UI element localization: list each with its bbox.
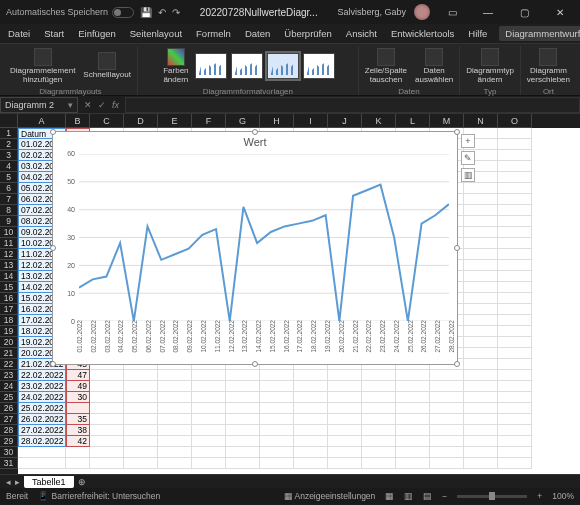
- cell[interactable]: [66, 447, 90, 458]
- cell[interactable]: [90, 370, 124, 381]
- cell[interactable]: [430, 447, 464, 458]
- view-page-layout-icon[interactable]: ▥: [404, 491, 413, 501]
- cell[interactable]: [464, 194, 498, 205]
- row-header[interactable]: 9: [0, 216, 18, 227]
- cell[interactable]: [226, 392, 260, 403]
- move-chart-button[interactable]: Diagramm verschieben: [525, 46, 572, 87]
- row-header[interactable]: 11: [0, 238, 18, 249]
- cell[interactable]: [328, 458, 362, 469]
- cell[interactable]: 35: [66, 414, 90, 425]
- cell[interactable]: [464, 337, 498, 348]
- column-header[interactable]: M: [430, 114, 464, 128]
- row-header[interactable]: 30: [0, 447, 18, 458]
- sheet-nav-prev-icon[interactable]: ◂: [6, 477, 11, 487]
- cell[interactable]: [498, 194, 532, 205]
- row-header[interactable]: 31: [0, 458, 18, 469]
- cell[interactable]: [464, 183, 498, 194]
- cell[interactable]: [362, 381, 396, 392]
- row-header[interactable]: 15: [0, 282, 18, 293]
- cell[interactable]: [498, 216, 532, 227]
- sheet-tab[interactable]: Tabelle1: [24, 476, 74, 488]
- row-header[interactable]: 21: [0, 348, 18, 359]
- zoom-in-icon[interactable]: +: [537, 491, 542, 501]
- cell[interactable]: [396, 458, 430, 469]
- cell[interactable]: [158, 436, 192, 447]
- cell[interactable]: [362, 414, 396, 425]
- cell[interactable]: 28.02.2022: [18, 436, 66, 447]
- tab-seitenlayout[interactable]: Seitenlayout: [128, 26, 184, 41]
- row-header[interactable]: 27: [0, 414, 18, 425]
- cell[interactable]: [498, 150, 532, 161]
- chart-styles-button[interactable]: ✎: [461, 151, 475, 165]
- cell[interactable]: [464, 205, 498, 216]
- cell[interactable]: [158, 392, 192, 403]
- resize-handle[interactable]: [454, 245, 460, 251]
- toggle-off-icon[interactable]: [112, 7, 134, 18]
- chart-object[interactable]: Wert 01.02.202202.02.202203.02.202204.02…: [52, 131, 458, 365]
- cell[interactable]: [294, 447, 328, 458]
- cell[interactable]: [90, 425, 124, 436]
- cell[interactable]: [294, 425, 328, 436]
- cell[interactable]: [192, 436, 226, 447]
- cell[interactable]: [498, 205, 532, 216]
- cell[interactable]: [328, 370, 362, 381]
- new-sheet-icon[interactable]: ⊕: [78, 477, 86, 487]
- row-header[interactable]: 17: [0, 304, 18, 315]
- cell[interactable]: [464, 249, 498, 260]
- view-normal-icon[interactable]: ▦: [385, 491, 394, 501]
- add-chart-element-button[interactable]: Diagrammelement hinzufügen: [8, 46, 77, 87]
- chart-style-1[interactable]: [195, 53, 227, 79]
- autosave-toggle[interactable]: Automatisches Speichern: [6, 7, 134, 18]
- row-header[interactable]: 2: [0, 139, 18, 150]
- cell[interactable]: [90, 447, 124, 458]
- cell[interactable]: [294, 414, 328, 425]
- enter-icon[interactable]: ✓: [98, 100, 106, 110]
- change-colors-button[interactable]: Farben ändern: [161, 46, 190, 87]
- cell[interactable]: [430, 370, 464, 381]
- cell[interactable]: [192, 414, 226, 425]
- cell[interactable]: [498, 348, 532, 359]
- accessibility-status[interactable]: 📱 Barrierefreiheit: Untersuchen: [38, 491, 160, 501]
- cell[interactable]: [192, 370, 226, 381]
- cell[interactable]: [498, 436, 532, 447]
- cell[interactable]: [328, 447, 362, 458]
- cell[interactable]: [90, 403, 124, 414]
- cell[interactable]: [396, 425, 430, 436]
- chart-style-2[interactable]: [231, 53, 263, 79]
- ribbon-display-icon[interactable]: ▭: [438, 3, 466, 21]
- cell[interactable]: [362, 458, 396, 469]
- cell[interactable]: 38: [66, 425, 90, 436]
- undo-icon[interactable]: ↶: [158, 7, 166, 18]
- cell[interactable]: [124, 403, 158, 414]
- cell[interactable]: [226, 414, 260, 425]
- cell[interactable]: [158, 414, 192, 425]
- column-header[interactable]: D: [124, 114, 158, 128]
- tab-ueberpruefen[interactable]: Überprüfen: [282, 26, 334, 41]
- cell[interactable]: [430, 403, 464, 414]
- tab-einfuegen[interactable]: Einfügen: [76, 26, 118, 41]
- row-header[interactable]: 8: [0, 205, 18, 216]
- cell[interactable]: [226, 436, 260, 447]
- cell[interactable]: [294, 403, 328, 414]
- cell[interactable]: [498, 172, 532, 183]
- row-header[interactable]: 18: [0, 315, 18, 326]
- save-icon[interactable]: 💾: [140, 7, 152, 18]
- cell[interactable]: [362, 370, 396, 381]
- cell[interactable]: [498, 161, 532, 172]
- resize-handle[interactable]: [252, 129, 258, 135]
- cell[interactable]: [498, 337, 532, 348]
- resize-handle[interactable]: [454, 129, 460, 135]
- cell[interactable]: [294, 370, 328, 381]
- formula-input[interactable]: [125, 97, 580, 113]
- cell[interactable]: [498, 282, 532, 293]
- tab-diagrammentwurf[interactable]: Diagrammentwurf: [499, 26, 580, 41]
- cell[interactable]: [294, 392, 328, 403]
- cell[interactable]: [124, 447, 158, 458]
- row-headers[interactable]: 1234567891011121314151617181920212223242…: [0, 128, 18, 474]
- row-header[interactable]: 1: [0, 128, 18, 139]
- cell[interactable]: [498, 128, 532, 139]
- cell[interactable]: [464, 436, 498, 447]
- cell[interactable]: [464, 238, 498, 249]
- resize-handle[interactable]: [50, 245, 56, 251]
- cell[interactable]: [396, 414, 430, 425]
